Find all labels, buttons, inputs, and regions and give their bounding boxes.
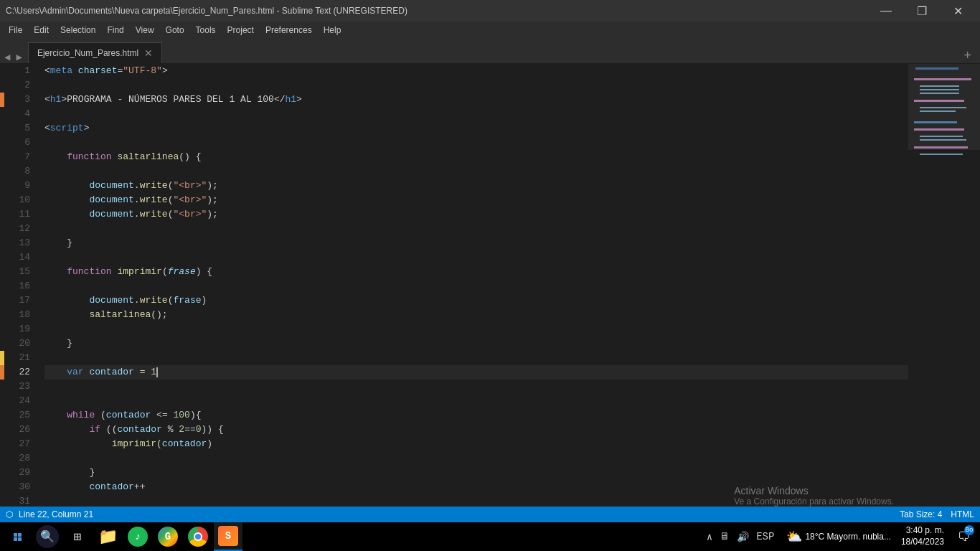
tab-prev-button[interactable]: ◀ bbox=[3, 51, 11, 63]
code-line-8 bbox=[44, 164, 908, 179]
code-line-10: document.write("<br>"); bbox=[44, 193, 908, 207]
code-line-24 bbox=[44, 394, 908, 408]
clock-time: 3:40 p. m. bbox=[901, 525, 944, 537]
task-view-icon: ⊞ bbox=[74, 529, 82, 545]
line-num-31: 31 bbox=[10, 494, 30, 507]
line-num-20: 20 bbox=[10, 336, 30, 351]
file-explorer-icon: 📁 bbox=[98, 527, 118, 547]
new-tab-button[interactable]: + bbox=[958, 49, 977, 63]
line-num-17: 17 bbox=[10, 293, 30, 308]
code-line-31 bbox=[44, 494, 908, 507]
window-controls: — ❐ ✕ bbox=[870, 0, 974, 22]
windows-icon bbox=[14, 533, 22, 541]
minimize-button[interactable]: — bbox=[870, 0, 903, 22]
line-num-18: 18 bbox=[10, 308, 30, 322]
menu-view[interactable]: View bbox=[130, 24, 160, 37]
sublime-button[interactable]: S bbox=[214, 522, 242, 551]
line-num-23: 23 bbox=[10, 380, 30, 394]
code-line-12 bbox=[44, 222, 908, 236]
gboard-button[interactable]: G bbox=[154, 522, 182, 551]
status-right: Tab Size: 4 HTML bbox=[900, 509, 974, 519]
code-line-14 bbox=[44, 250, 908, 265]
tab-next-button[interactable]: ▶ bbox=[14, 51, 23, 63]
code-line-6 bbox=[44, 136, 908, 150]
menu-bar: File Edit Selection Find View Goto Tools… bbox=[0, 22, 980, 39]
status-bar: ⬡ Line 22, Column 21 Tab Size: 4 HTML bbox=[0, 507, 980, 522]
line-num-19: 19 bbox=[10, 322, 30, 336]
code-line-26: if ((contador % 2==0)) { bbox=[44, 423, 908, 437]
line-num-11: 11 bbox=[10, 207, 30, 222]
start-button[interactable] bbox=[3, 522, 32, 551]
tab-close-button[interactable]: ✕ bbox=[144, 47, 153, 59]
status-language[interactable]: HTML bbox=[951, 509, 974, 519]
menu-file[interactable]: File bbox=[3, 24, 28, 37]
status-left: ⬡ Line 22, Column 21 bbox=[6, 509, 93, 519]
code-line-4 bbox=[44, 107, 908, 121]
status-tab-size[interactable]: Tab Size: 4 bbox=[900, 509, 942, 519]
volume-icon[interactable]: 🔊 bbox=[735, 531, 751, 543]
line-num-12: 12 bbox=[10, 222, 30, 236]
code-line-18: saltarlinea(); bbox=[44, 308, 908, 322]
sublime-text-icon: S bbox=[218, 526, 238, 546]
chrome-icon bbox=[188, 527, 208, 547]
maximize-button[interactable]: ❐ bbox=[905, 0, 938, 22]
search-button[interactable]: 🔍 bbox=[33, 522, 62, 551]
title-bar: C:\Users\Admin\Documents\Nueva carpeta\E… bbox=[0, 0, 980, 22]
menu-goto[interactable]: Goto bbox=[160, 24, 190, 37]
code-line-19 bbox=[44, 322, 908, 336]
line-num-2: 2 bbox=[10, 78, 30, 93]
tray-expand-icon[interactable]: ∧ bbox=[705, 531, 715, 543]
menu-tools[interactable]: Tools bbox=[190, 24, 222, 37]
code-line-1: <meta charset="UTF-8"> bbox=[44, 64, 908, 78]
line-num-22: 22 bbox=[10, 365, 30, 380]
menu-help[interactable]: Help bbox=[318, 24, 347, 37]
code-line-15: function imprimir(frase) { bbox=[44, 265, 908, 279]
spotify-icon: ♪ bbox=[128, 527, 148, 547]
line-num-29: 29 bbox=[10, 466, 30, 480]
line-num-15: 15 bbox=[10, 265, 30, 279]
menu-preferences[interactable]: Preferences bbox=[260, 24, 318, 37]
clock[interactable]: 3:40 p. m. 18/04/2023 bbox=[898, 525, 947, 547]
line-num-30: 30 bbox=[10, 480, 30, 494]
code-line-9: document.write("<br>"); bbox=[44, 179, 908, 193]
line-num-16: 16 bbox=[10, 279, 30, 293]
line-num-24: 24 bbox=[10, 394, 30, 408]
status-position: Line 22, Column 21 bbox=[19, 509, 93, 519]
line-num-8: 8 bbox=[10, 164, 30, 179]
spotify-button[interactable]: ♪ bbox=[123, 522, 152, 551]
code-line-22: var contador = 1 bbox=[44, 365, 908, 380]
menu-edit[interactable]: Edit bbox=[28, 24, 55, 37]
code-line-30: contador++ bbox=[44, 480, 908, 494]
code-line-23 bbox=[44, 380, 908, 394]
taskbar-right: ∧ 🖥 🔊 ESP ⛅ 18°C Mayorm. nubla... 3:40 p… bbox=[702, 522, 977, 551]
code-line-25: while (contador <= 100){ bbox=[44, 408, 908, 423]
line-num-21: 21 bbox=[10, 351, 30, 365]
clock-date: 18/04/2023 bbox=[901, 537, 944, 548]
line-num-7: 7 bbox=[10, 150, 30, 164]
line-num-3: 3 bbox=[10, 93, 30, 107]
menu-project[interactable]: Project bbox=[222, 24, 260, 37]
chrome-button[interactable] bbox=[184, 522, 212, 551]
menu-selection[interactable]: Selection bbox=[55, 24, 101, 37]
tab-ejercicio[interactable]: Ejercicio_Num_Pares.html ✕ bbox=[28, 42, 162, 63]
task-view-button[interactable]: ⊞ bbox=[63, 522, 92, 551]
line-num-27: 27 bbox=[10, 437, 30, 451]
code-line-2 bbox=[44, 78, 908, 93]
code-line-16 bbox=[44, 279, 908, 293]
line-num-26: 26 bbox=[10, 423, 30, 437]
menu-find[interactable]: Find bbox=[101, 24, 129, 37]
code-content[interactable]: <meta charset="UTF-8"> <h1>PROGRAMA - NÚ… bbox=[39, 64, 908, 507]
code-line-20: } bbox=[44, 336, 908, 351]
weather-widget[interactable]: ⛅ 18°C Mayorm. nubla... bbox=[783, 529, 894, 545]
network-icon[interactable]: 🖥 bbox=[717, 531, 732, 542]
notification-button[interactable]: 🗨 Bo bbox=[951, 522, 977, 551]
code-line-21 bbox=[44, 351, 908, 365]
file-explorer-button[interactable]: 📁 bbox=[93, 522, 122, 551]
line-num-4: 4 bbox=[10, 107, 30, 121]
close-button[interactable]: ✕ bbox=[941, 0, 974, 22]
svg-rect-13 bbox=[920, 154, 963, 155]
code-line-28 bbox=[44, 451, 908, 466]
language-indicator[interactable]: ESP bbox=[754, 531, 776, 542]
weather-icon: ⛅ bbox=[786, 529, 802, 545]
tab-label: Ejercicio_Num_Pares.html bbox=[37, 48, 138, 58]
